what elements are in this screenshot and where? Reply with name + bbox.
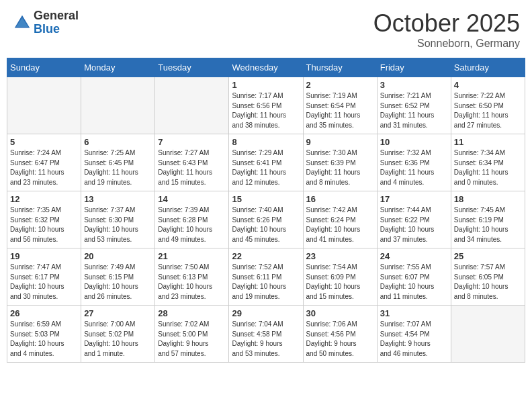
table-row: 28Sunrise: 7:02 AM Sunset: 5:00 PM Dayli… xyxy=(155,306,229,363)
table-row: 25Sunrise: 7:57 AM Sunset: 6:05 PM Dayli… xyxy=(451,248,525,306)
day-number: 30 xyxy=(306,308,374,318)
table-row: 21Sunrise: 7:50 AM Sunset: 6:13 PM Dayli… xyxy=(155,248,229,306)
calendar-week-2: 5Sunrise: 7:24 AM Sunset: 6:47 PM Daylig… xyxy=(7,134,525,191)
table-row: 10Sunrise: 7:32 AM Sunset: 6:36 PM Dayli… xyxy=(377,134,451,191)
day-info: Sunrise: 7:37 AM Sunset: 6:30 PM Dayligh… xyxy=(84,205,152,244)
day-info: Sunrise: 7:40 AM Sunset: 6:26 PM Dayligh… xyxy=(232,205,300,244)
calendar-week-4: 19Sunrise: 7:47 AM Sunset: 6:17 PM Dayli… xyxy=(7,248,525,306)
table-row: 26Sunrise: 6:59 AM Sunset: 5:03 PM Dayli… xyxy=(7,306,81,363)
table-row: 24Sunrise: 7:55 AM Sunset: 6:07 PM Dayli… xyxy=(377,248,451,306)
day-number: 22 xyxy=(232,251,300,261)
day-info: Sunrise: 7:57 AM Sunset: 6:05 PM Dayligh… xyxy=(454,263,522,302)
table-row: 7Sunrise: 7:27 AM Sunset: 6:43 PM Daylig… xyxy=(155,134,229,191)
day-info: Sunrise: 7:17 AM Sunset: 6:56 PM Dayligh… xyxy=(232,91,300,130)
header-monday: Monday xyxy=(81,58,155,77)
day-info: Sunrise: 7:45 AM Sunset: 6:19 PM Dayligh… xyxy=(454,205,522,244)
calendar-table: Sunday Monday Tuesday Wednesday Thursday… xyxy=(7,58,525,363)
table-row: 16Sunrise: 7:42 AM Sunset: 6:24 PM Dayli… xyxy=(303,191,377,248)
table-row: 2Sunrise: 7:19 AM Sunset: 6:54 PM Daylig… xyxy=(303,77,377,134)
day-number: 6 xyxy=(84,137,152,147)
day-number: 27 xyxy=(84,308,152,318)
day-info: Sunrise: 7:52 AM Sunset: 6:11 PM Dayligh… xyxy=(232,263,300,302)
table-row: 19Sunrise: 7:47 AM Sunset: 6:17 PM Dayli… xyxy=(7,248,81,306)
day-number: 29 xyxy=(232,308,300,318)
day-number: 20 xyxy=(84,251,152,261)
day-number: 19 xyxy=(10,251,78,261)
table-row: 13Sunrise: 7:37 AM Sunset: 6:30 PM Dayli… xyxy=(81,191,155,248)
day-number: 5 xyxy=(10,137,78,147)
page-header: General Blue October 2025 Sonneborn, Ger… xyxy=(7,7,525,52)
table-row: 12Sunrise: 7:35 AM Sunset: 6:32 PM Dayli… xyxy=(7,191,81,248)
header-thursday: Thursday xyxy=(303,58,377,77)
day-info: Sunrise: 7:22 AM Sunset: 6:50 PM Dayligh… xyxy=(454,91,522,130)
table-row: 29Sunrise: 7:04 AM Sunset: 4:58 PM Dayli… xyxy=(229,306,303,363)
table-row: 18Sunrise: 7:45 AM Sunset: 6:19 PM Dayli… xyxy=(451,191,525,248)
table-row: 6Sunrise: 7:25 AM Sunset: 6:45 PM Daylig… xyxy=(81,134,155,191)
calendar-body: 1Sunrise: 7:17 AM Sunset: 6:56 PM Daylig… xyxy=(7,77,525,363)
day-info: Sunrise: 7:06 AM Sunset: 4:56 PM Dayligh… xyxy=(306,320,374,359)
day-info: Sunrise: 7:29 AM Sunset: 6:41 PM Dayligh… xyxy=(232,148,300,187)
table-row xyxy=(81,77,155,134)
day-number: 15 xyxy=(232,194,300,204)
day-number: 25 xyxy=(454,251,522,261)
day-number: 3 xyxy=(380,80,448,90)
day-number: 18 xyxy=(454,194,522,204)
day-number: 10 xyxy=(380,137,448,147)
table-row: 17Sunrise: 7:44 AM Sunset: 6:22 PM Dayli… xyxy=(377,191,451,248)
table-row: 8Sunrise: 7:29 AM Sunset: 6:41 PM Daylig… xyxy=(229,134,303,191)
table-row: 22Sunrise: 7:52 AM Sunset: 6:11 PM Dayli… xyxy=(229,248,303,306)
table-row: 20Sunrise: 7:49 AM Sunset: 6:15 PM Dayli… xyxy=(81,248,155,306)
month-title: October 2025 xyxy=(373,9,520,38)
day-info: Sunrise: 7:54 AM Sunset: 6:09 PM Dayligh… xyxy=(306,263,374,302)
day-number: 4 xyxy=(454,80,522,90)
day-info: Sunrise: 7:49 AM Sunset: 6:15 PM Dayligh… xyxy=(84,263,152,302)
table-row: 5Sunrise: 7:24 AM Sunset: 6:47 PM Daylig… xyxy=(7,134,81,191)
table-row: 1Sunrise: 7:17 AM Sunset: 6:56 PM Daylig… xyxy=(229,77,303,134)
day-info: Sunrise: 7:25 AM Sunset: 6:45 PM Dayligh… xyxy=(84,148,152,187)
day-number: 24 xyxy=(380,251,448,261)
day-number: 12 xyxy=(10,194,78,204)
day-info: Sunrise: 7:39 AM Sunset: 6:28 PM Dayligh… xyxy=(158,205,226,244)
table-row xyxy=(7,77,81,134)
day-info: Sunrise: 6:59 AM Sunset: 5:03 PM Dayligh… xyxy=(10,320,78,359)
table-row: 4Sunrise: 7:22 AM Sunset: 6:50 PM Daylig… xyxy=(451,77,525,134)
day-number: 11 xyxy=(454,137,522,147)
calendar-week-3: 12Sunrise: 7:35 AM Sunset: 6:32 PM Dayli… xyxy=(7,191,525,248)
table-row: 31Sunrise: 7:07 AM Sunset: 4:54 PM Dayli… xyxy=(377,306,451,363)
table-row: 3Sunrise: 7:21 AM Sunset: 6:52 PM Daylig… xyxy=(377,77,451,134)
day-number: 1 xyxy=(232,80,300,90)
header-saturday: Saturday xyxy=(451,58,525,77)
day-number: 21 xyxy=(158,251,226,261)
calendar-week-5: 26Sunrise: 6:59 AM Sunset: 5:03 PM Dayli… xyxy=(7,306,525,363)
table-row: 30Sunrise: 7:06 AM Sunset: 4:56 PM Dayli… xyxy=(303,306,377,363)
day-info: Sunrise: 7:44 AM Sunset: 6:22 PM Dayligh… xyxy=(380,205,448,244)
table-row xyxy=(451,306,525,363)
day-number: 8 xyxy=(232,137,300,147)
day-info: Sunrise: 7:32 AM Sunset: 6:36 PM Dayligh… xyxy=(380,148,448,187)
day-info: Sunrise: 7:34 AM Sunset: 6:34 PM Dayligh… xyxy=(454,148,522,187)
day-number: 7 xyxy=(158,137,226,147)
day-info: Sunrise: 7:50 AM Sunset: 6:13 PM Dayligh… xyxy=(158,263,226,302)
table-row: 27Sunrise: 7:00 AM Sunset: 5:02 PM Dayli… xyxy=(81,306,155,363)
logo: General Blue xyxy=(12,9,79,36)
day-info: Sunrise: 7:21 AM Sunset: 6:52 PM Dayligh… xyxy=(380,91,448,130)
table-row: 15Sunrise: 7:40 AM Sunset: 6:26 PM Dayli… xyxy=(229,191,303,248)
table-row: 14Sunrise: 7:39 AM Sunset: 6:28 PM Dayli… xyxy=(155,191,229,248)
logo-general-label: General xyxy=(34,9,79,23)
day-info: Sunrise: 7:30 AM Sunset: 6:39 PM Dayligh… xyxy=(306,148,374,187)
day-number: 9 xyxy=(306,137,374,147)
day-number: 23 xyxy=(306,251,374,261)
location-label: Sonneborn, Germany xyxy=(373,38,520,50)
day-number: 16 xyxy=(306,194,374,204)
day-info: Sunrise: 7:07 AM Sunset: 4:54 PM Dayligh… xyxy=(380,320,448,359)
weekday-header-row: Sunday Monday Tuesday Wednesday Thursday… xyxy=(7,58,525,77)
day-number: 13 xyxy=(84,194,152,204)
day-info: Sunrise: 7:02 AM Sunset: 5:00 PM Dayligh… xyxy=(158,320,226,359)
day-number: 28 xyxy=(158,308,226,318)
table-row: 23Sunrise: 7:54 AM Sunset: 6:09 PM Dayli… xyxy=(303,248,377,306)
day-number: 31 xyxy=(380,308,448,318)
title-block: October 2025 Sonneborn, Germany xyxy=(373,9,520,50)
day-info: Sunrise: 7:24 AM Sunset: 6:47 PM Dayligh… xyxy=(10,148,78,187)
day-info: Sunrise: 7:04 AM Sunset: 4:58 PM Dayligh… xyxy=(232,320,300,359)
day-info: Sunrise: 7:55 AM Sunset: 6:07 PM Dayligh… xyxy=(380,263,448,302)
